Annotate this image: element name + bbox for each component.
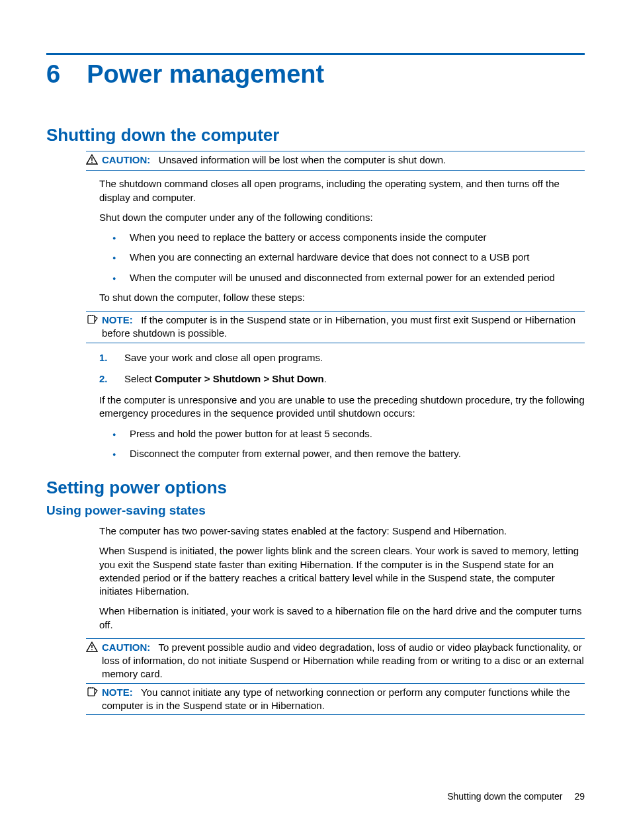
subsection-heading-power-saving: Using power-saving states [46,503,585,518]
chapter-number: 6 [46,60,60,89]
top-rule [46,53,585,55]
svg-point-7 [91,649,93,650]
caution-callout: CAUTION: To prevent possible audio and v… [86,638,585,684]
page: 6 Power management Shutting down the com… [0,0,631,757]
caution-callout: CAUTION: Unsaved information will be los… [86,151,585,171]
paragraph: Shut down the computer under any of the … [99,211,585,224]
body-block: The computer has two power-saving states… [99,525,585,632]
paragraph: The computer has two power-saving states… [99,525,585,538]
step-text: Save your work and close all open progra… [124,352,323,363]
steps-list: 1. Save your work and close all open pro… [99,351,585,386]
warning-icon [86,154,99,168]
step-number: 2. [99,372,108,386]
step-number: 1. [99,351,108,364]
body-block: To shut down the computer, follow these … [99,291,585,304]
paragraph: If the computer is unresponsive and you … [99,394,585,421]
step-item: 1. Save your work and close all open pro… [99,351,585,364]
warning-icon [86,642,99,655]
body-block: The shutdown command closes all open pro… [99,177,585,224]
note-label: NOTE: [102,687,133,698]
note-callout: NOTE: You cannot initiate any type of ne… [86,684,585,716]
list-item: Disconnect the computer from external po… [112,447,585,460]
svg-point-1 [91,161,93,163]
svg-rect-2 [88,315,95,323]
section-heading-shutdown: Shutting down the computer [46,125,585,146]
caution-text: CAUTION: Unsaved information will be los… [102,153,585,167]
chapter-title: Power management [87,60,324,89]
paragraph: When Suspend is initiated, the power lig… [99,544,585,598]
caution-label: CAUTION: [102,154,150,165]
paragraph: The shutdown command closes all open pro… [99,177,585,204]
body-block: If the computer is unresponsive and you … [99,394,585,421]
step-item: 2. Select Computer > Shutdown > Shut Dow… [99,372,585,386]
note-body: If the computer is in the Suspend state … [102,314,575,339]
paragraph: To shut down the computer, follow these … [99,291,585,304]
footer-section: Shutting down the computer [447,791,562,802]
note-callout: NOTE: If the computer is in the Suspend … [86,311,585,343]
emergency-list: Press and hold the power button for at l… [112,427,585,461]
caution-body: Unsaved information will be lost when th… [159,154,446,165]
page-footer: Shutting down the computer 29 [447,791,585,802]
note-text: NOTE: You cannot initiate any type of ne… [102,686,585,713]
list-item: When the computer will be unused and dis… [112,271,585,284]
caution-label: CAUTION: [102,642,150,653]
note-text: NOTE: If the computer is in the Suspend … [102,314,585,341]
paragraph: When Hibernation is initiated, your work… [99,605,585,632]
step-text: Select Computer > Shutdown > Shut Down. [124,373,327,384]
chapter-heading: 6 Power management [46,60,585,89]
list-item: Press and hold the power button for at l… [112,427,585,441]
note-icon [86,687,99,700]
section-heading-power-options: Setting power options [46,478,585,498]
svg-rect-8 [88,688,95,696]
list-item: When you are connecting an external hard… [112,251,585,264]
note-label: NOTE: [102,314,133,325]
conditions-list: When you need to replace the battery or … [112,231,585,284]
note-body: You cannot initiate any type of networki… [102,687,570,711]
note-icon [86,314,99,328]
list-item: When you need to replace the battery or … [112,231,585,244]
caution-text: CAUTION: To prevent possible audio and v… [102,641,585,681]
caution-body: To prevent possible audio and video degr… [102,642,584,680]
footer-page-number: 29 [574,791,585,802]
